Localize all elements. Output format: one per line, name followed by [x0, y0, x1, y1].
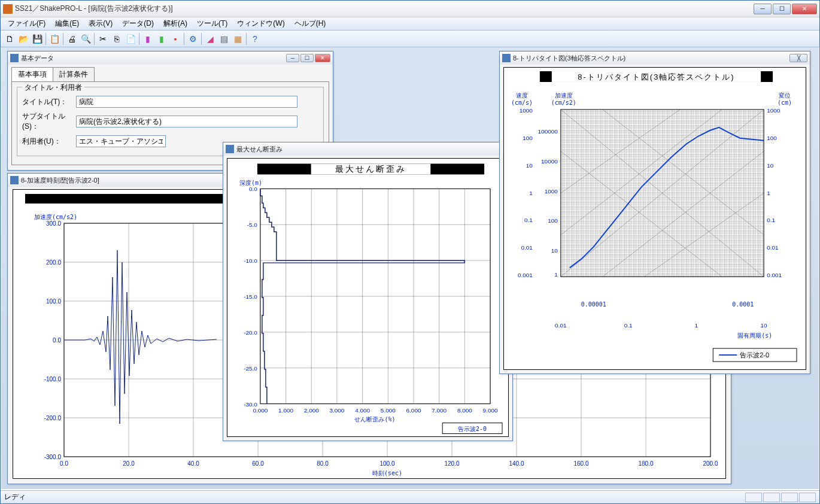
- svg-text:120.0: 120.0: [444, 460, 459, 467]
- svg-text:-300.0: -300.0: [44, 454, 62, 460]
- status-panel: [745, 493, 762, 502]
- svg-text:20.0: 20.0: [123, 460, 135, 467]
- menu-analysis[interactable]: 解析(A): [159, 17, 192, 30]
- svg-text:1000: 1000: [520, 107, 533, 114]
- maximize-button[interactable]: ☐: [773, 4, 791, 14]
- svg-text:8.000: 8.000: [457, 407, 472, 414]
- svg-text:300.0: 300.0: [46, 220, 61, 227]
- chart-title: 最大せん断歪み: [335, 164, 406, 174]
- svg-text:1: 1: [767, 190, 770, 196]
- user-input[interactable]: [76, 135, 166, 147]
- svg-text:3.000: 3.000: [329, 407, 344, 414]
- chart-title: 8-トリパタイト図(3軸応答スペクトル): [578, 72, 734, 81]
- svg-text:1: 1: [554, 271, 558, 278]
- tool-b-icon[interactable]: ▮: [155, 32, 168, 45]
- tool-a-icon[interactable]: ▮: [141, 32, 154, 45]
- svg-text:0.0: 0.0: [60, 460, 68, 467]
- close-button[interactable]: ✕: [792, 4, 817, 14]
- chart-a-icon[interactable]: ◢: [204, 32, 217, 45]
- svg-text:加速度: 加速度: [555, 92, 573, 99]
- menu-file[interactable]: ファイル(F): [3, 17, 50, 30]
- child-minimize-button[interactable]: ─: [286, 54, 299, 62]
- save-icon[interactable]: 💾: [31, 32, 44, 45]
- paste2-icon[interactable]: 📄: [124, 32, 137, 45]
- svg-text:10: 10: [526, 162, 533, 169]
- svg-text:-10.0: -10.0: [244, 257, 257, 264]
- statusbar: レディ: [1, 490, 819, 503]
- shear-strain-window[interactable]: 最大せん断歪み 最大せん断歪み 深度(m): [223, 142, 513, 441]
- menu-help[interactable]: ヘルプ(H): [290, 17, 331, 30]
- svg-text:100.0: 100.0: [379, 460, 394, 467]
- paste-icon[interactable]: 📋: [48, 32, 61, 45]
- separator: [201, 33, 202, 45]
- run-icon[interactable]: ⚙: [186, 32, 199, 45]
- svg-text:0.00001: 0.00001: [581, 301, 606, 308]
- separator: [139, 33, 139, 45]
- menu-tools[interactable]: ツール(T): [192, 17, 232, 30]
- menu-edit[interactable]: 編集(E): [50, 17, 84, 30]
- svg-text:(cm/s2): (cm/s2): [551, 99, 576, 106]
- child-title: 8-トリパタイト図(3軸応答スペクトル): [513, 54, 789, 63]
- open-icon[interactable]: 📂: [17, 32, 30, 45]
- menu-data[interactable]: データ(D): [117, 17, 159, 30]
- child-titlebar[interactable]: 基本データ ─ ☐ ✕: [8, 51, 333, 65]
- chart-c-icon[interactable]: ▦: [231, 32, 244, 45]
- svg-text:0.1: 0.1: [524, 217, 533, 223]
- separator: [184, 33, 184, 45]
- window-icon: [502, 54, 511, 62]
- help-icon[interactable]: ?: [248, 32, 262, 45]
- svg-text:60.0: 60.0: [252, 460, 264, 467]
- svg-text:1000: 1000: [545, 188, 558, 195]
- print-icon[interactable]: 🖨: [65, 32, 78, 45]
- svg-text:0.0: 0.0: [53, 337, 61, 344]
- svg-text:10: 10: [761, 322, 768, 329]
- svg-text:100: 100: [523, 135, 533, 141]
- separator: [94, 33, 95, 45]
- status-panel: [763, 493, 780, 502]
- svg-text:180.0: 180.0: [638, 460, 653, 467]
- svg-text:0.001: 0.001: [518, 272, 533, 278]
- new-icon[interactable]: 🗋: [3, 32, 16, 45]
- subtitle-input[interactable]: [76, 116, 297, 127]
- menu-view[interactable]: 表示(V): [84, 17, 117, 30]
- x-axis-label: 固有周期(s): [737, 332, 772, 339]
- tool-c-icon[interactable]: ▪: [169, 32, 182, 45]
- svg-text:0.000: 0.000: [253, 407, 268, 414]
- shear-strain-chart: 最大せん断歪み 深度(m): [227, 159, 508, 436]
- svg-text:(cm/s): (cm/s): [511, 99, 533, 106]
- svg-text:7.000: 7.000: [432, 407, 447, 414]
- title-label: タイトル(T)：: [22, 97, 76, 107]
- svg-text:(cm): (cm): [778, 99, 792, 106]
- svg-text:2.000: 2.000: [304, 407, 319, 414]
- tab-basic[interactable]: 基本事項: [11, 67, 53, 81]
- title-input[interactable]: [76, 96, 297, 108]
- svg-text:9.000: 9.000: [483, 407, 498, 414]
- tripartite-window[interactable]: 8-トリパタイト図(3軸応答スペクトル) ╳ 8-トリパタイト図(3軸応答スペク…: [499, 51, 810, 374]
- cut-icon[interactable]: ✂: [96, 32, 110, 45]
- app-icon: [3, 4, 13, 14]
- main-title: SS21／ShakePRO-L - [病院(告示波2液状化する)]: [15, 4, 754, 14]
- toolbar: 🗋 📂 💾 📋 🖨 🔍 ✂ ⎘ 📄 ▮ ▮ ▪ ⚙ ◢ ▤ ▦ ?: [1, 31, 819, 47]
- svg-text:0.01: 0.01: [521, 244, 533, 251]
- child-maximize-button[interactable]: ☐: [300, 54, 314, 62]
- svg-text:0.01: 0.01: [555, 322, 567, 329]
- tabbar: 基本事項 計算条件: [11, 67, 329, 81]
- preview-icon[interactable]: 🔍: [79, 32, 92, 45]
- window-icon: [10, 176, 19, 184]
- svg-text:40.0: 40.0: [187, 460, 199, 467]
- copy-icon[interactable]: ⎘: [110, 32, 123, 45]
- child-titlebar[interactable]: 8-トリパタイト図(3軸応答スペクトル) ╳: [500, 51, 810, 65]
- mdi-client-area: 8-加速度時刻歴[告示波2-0] 加速度(cm/s2): [1, 47, 819, 489]
- svg-text:1.000: 1.000: [278, 407, 293, 414]
- chart-b-icon[interactable]: ▤: [217, 32, 230, 45]
- menu-window[interactable]: ウィンドウ(W): [232, 17, 289, 30]
- minimize-button[interactable]: ─: [754, 4, 772, 14]
- child-titlebar[interactable]: 最大せん断歪み: [223, 142, 512, 156]
- child-close-button[interactable]: ✕: [315, 54, 330, 62]
- window-icon: [226, 145, 234, 153]
- status-text: レディ: [4, 492, 26, 502]
- tab-calc[interactable]: 計算条件: [53, 67, 95, 81]
- child-title: 基本データ: [21, 54, 286, 63]
- child-close-button[interactable]: ╳: [789, 54, 807, 62]
- svg-text:-5.0: -5.0: [247, 221, 258, 228]
